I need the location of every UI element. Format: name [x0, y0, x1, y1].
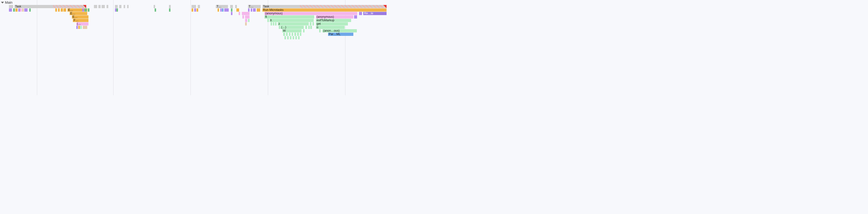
- flame-bar[interactable]: [279, 26, 280, 29]
- flame-bar[interactable]: [235, 5, 237, 8]
- flame-bar[interactable]: [10, 8, 12, 12]
- flame-bar[interactable]: [245, 22, 247, 26]
- flame-bar--anonymous-[interactable]: (anonymous): [265, 12, 357, 15]
- flame-bar[interactable]: [303, 29, 305, 32]
- flame-bar[interactable]: [194, 8, 196, 12]
- flame-bar[interactable]: [94, 5, 97, 8]
- flame-bar[interactable]: [13, 8, 15, 12]
- flame-bar[interactable]: [294, 33, 296, 36]
- flame-bar[interactable]: [9, 5, 13, 8]
- flame-bar[interactable]: [292, 33, 293, 36]
- flame-bar[interactable]: [82, 8, 84, 12]
- flame-bar[interactable]: [222, 8, 223, 12]
- track-header[interactable]: Main: [0, 0, 386, 5]
- flame-bar[interactable]: [287, 36, 289, 39]
- flame-bar-w[interactable]: W: [282, 29, 302, 32]
- flame-bar-z[interactable]: z: [278, 22, 309, 26]
- flame-bar[interactable]: [76, 26, 78, 29]
- flame-bar[interactable]: [354, 15, 355, 19]
- flame-bar[interactable]: [119, 5, 121, 8]
- flame-bar[interactable]: [88, 8, 89, 12]
- flame-bar[interactable]: [58, 8, 60, 12]
- flame-bar[interactable]: [297, 33, 299, 36]
- flame-bar-par-ml[interactable]: Par…ML: [328, 33, 353, 36]
- flame-bar[interactable]: [319, 29, 321, 32]
- flame-bar[interactable]: [273, 22, 274, 26]
- flame-bar[interactable]: [253, 8, 256, 12]
- flame-bar-o[interactable]: o: [316, 26, 345, 29]
- flame-bar[interactable]: [18, 8, 20, 12]
- flame-bar[interactable]: [191, 8, 193, 12]
- flame-bar[interactable]: [127, 5, 129, 8]
- flame-bar-ft[interactable]: ft: [265, 15, 314, 19]
- flame-bar-run-microtasks[interactable]: Run Microtasks: [262, 8, 386, 12]
- flame-bar[interactable]: [305, 26, 307, 29]
- flame-bar[interactable]: [230, 5, 233, 8]
- flame-bar[interactable]: [231, 8, 233, 12]
- flame-bar[interactable]: [98, 5, 101, 8]
- flame-bar[interactable]: [275, 22, 277, 26]
- flame-bar[interactable]: [312, 22, 314, 26]
- flame-bar[interactable]: [102, 5, 105, 8]
- flame-bar[interactable]: [9, 8, 10, 12]
- flame-bar[interactable]: [286, 33, 288, 36]
- flame-bar[interactable]: [220, 8, 222, 12]
- flame-bar[interactable]: [169, 5, 171, 8]
- flame-bar[interactable]: [29, 8, 31, 12]
- flame-bar[interactable]: [239, 12, 240, 15]
- flame-bar[interactable]: [53, 5, 86, 8]
- flame-bar[interactable]: [83, 26, 87, 29]
- flame-bar[interactable]: [115, 5, 118, 8]
- flame-bar[interactable]: [271, 22, 272, 26]
- flame-bar[interactable]: [300, 33, 301, 36]
- flame-bar[interactable]: [224, 8, 229, 12]
- flame-bar--anon-ous-[interactable]: (anon…ous): [322, 29, 356, 32]
- flame-bar[interactable]: [78, 26, 80, 29]
- flame-bar-exiftomarkup[interactable]: exifToMarkup: [316, 19, 351, 22]
- flame-bar[interactable]: [300, 5, 386, 8]
- flame-bar[interactable]: [245, 19, 247, 22]
- flame-bar[interactable]: [115, 8, 117, 12]
- flame-bar[interactable]: [85, 8, 87, 12]
- flame-bar[interactable]: [242, 15, 244, 19]
- flame-bar[interactable]: [231, 12, 232, 15]
- flame-bar[interactable]: [310, 26, 312, 29]
- flame-bar-lt[interactable]: lt: [270, 19, 314, 22]
- flame-bar-e-[interactable]: E…: [70, 12, 87, 15]
- flame-bar[interactable]: [154, 5, 155, 8]
- flame-bar[interactable]: [61, 8, 63, 12]
- flame-tracks[interactable]: TaskT…T…TaskE…Run MicrotasksE…(anonymous…: [0, 5, 386, 40]
- flame-bar--anonymous-[interactable]: (anonymous): [316, 15, 353, 19]
- flame-bar[interactable]: [16, 8, 18, 12]
- flame-bar[interactable]: [289, 33, 291, 36]
- flame-bar[interactable]: [257, 8, 260, 12]
- flame-bar[interactable]: [24, 8, 28, 12]
- flame-bar[interactable]: [308, 26, 310, 29]
- flame-bar-t-[interactable]: T…: [216, 5, 228, 8]
- flame-bar[interactable]: [245, 15, 250, 19]
- flame-bar[interactable]: [361, 12, 362, 15]
- flame-bar[interactable]: [191, 5, 196, 8]
- flame-bar[interactable]: [290, 36, 291, 39]
- flame-bar[interactable]: [283, 33, 285, 36]
- flame-bar[interactable]: [237, 8, 239, 12]
- flame-bar[interactable]: [292, 36, 294, 39]
- flame-bar[interactable]: [63, 8, 66, 12]
- flame-bar[interactable]: [298, 36, 300, 39]
- flame-bar[interactable]: [55, 8, 57, 12]
- flame-bar[interactable]: [296, 36, 297, 39]
- flame-bar-t-[interactable]: T…: [248, 5, 261, 8]
- flame-bar-f-[interactable]: F…: [73, 19, 88, 22]
- flame-chart-main[interactable]: Main TaskT…T…TaskE…Run MicrotasksE…(anon…: [0, 0, 386, 95]
- flame-bar[interactable]: [198, 5, 200, 8]
- flame-bar-e-[interactable]: E…: [72, 15, 89, 19]
- flame-bar--[interactable]: (…: [76, 22, 89, 26]
- flame-bar[interactable]: [267, 19, 269, 22]
- flame-bar[interactable]: [155, 8, 156, 12]
- flame-bar[interactable]: [251, 8, 252, 12]
- flame-bar[interactable]: [284, 36, 286, 39]
- flame-bar[interactable]: [117, 8, 118, 12]
- flame-bar[interactable]: [218, 8, 219, 12]
- flame-bar[interactable]: [124, 5, 125, 8]
- disclosure-triangle-icon[interactable]: [1, 2, 4, 3]
